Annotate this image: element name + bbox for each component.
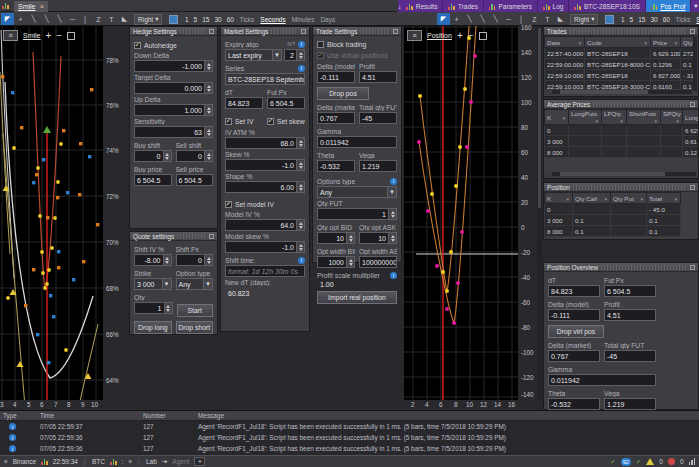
lab-tab[interactable]: Lab [146, 458, 157, 465]
timeframe-5[interactable]: 5 [194, 16, 198, 23]
info-icon[interactable]: i [298, 65, 305, 72]
unit-minutes[interactable]: Minutes [292, 16, 315, 23]
start-button[interactable]: Start [177, 304, 214, 317]
spinner[interactable] [296, 160, 304, 170]
pointer-tool-icon[interactable]: ◣ [554, 13, 567, 25]
scroll-left-icon[interactable]: « [4, 458, 8, 465]
column-scrollbar[interactable] [537, 26, 542, 400]
spinner[interactable] [204, 83, 212, 93]
spinner[interactable] [296, 242, 304, 252]
sensitivity-input[interactable]: 63 [134, 126, 213, 138]
smile-chart[interactable]: ≡ Smile + − [0, 26, 103, 400]
filter-icon[interactable]: ▼ [674, 197, 678, 202]
spinner[interactable] [388, 209, 396, 219]
zoom-out-icon[interactable]: − [56, 32, 62, 40]
timeframe-1[interactable]: 1 [621, 16, 625, 23]
ok-count-badge[interactable]: 92 [621, 458, 631, 466]
menu-icon[interactable]: ≡ [3, 30, 18, 41]
shift-px-input[interactable]: 0 [176, 254, 214, 266]
filter-icon[interactable]: ▼ [620, 119, 624, 124]
model-skew-input[interactable]: -1.0 [225, 241, 305, 253]
filter-icon[interactable]: ▼ [674, 41, 678, 46]
warn-count[interactable]: 0 [659, 458, 663, 465]
agent-tab[interactable]: Agent [172, 458, 189, 465]
col-header-longcalls[interactable]: Long [683, 110, 699, 125]
spinner[interactable] [296, 220, 304, 230]
spinner[interactable] [296, 182, 304, 192]
iv-atm-input[interactable]: 68.0 [225, 137, 305, 149]
spinner[interactable] [204, 127, 212, 137]
options-type-dropdown[interactable]: Any▾ [317, 186, 397, 198]
color-swatch[interactable] [169, 15, 178, 24]
col-header-qty-put[interactable]: Qty Put▼ [611, 193, 647, 204]
position-row[interactable]: 0- 45.0 [545, 204, 681, 215]
segment-tool-icon[interactable]: ╲ [53, 13, 66, 25]
info-icon[interactable]: i [298, 41, 305, 48]
hline-tool-icon[interactable]: ─ [66, 13, 79, 25]
filter-icon[interactable]: ▼ [578, 41, 582, 46]
cursor-tool-icon[interactable]: ◤ [437, 13, 450, 25]
qty-fut-input[interactable]: 1 [317, 208, 397, 220]
col-header-qty[interactable]: Qty [681, 37, 695, 48]
spinner[interactable] [163, 151, 171, 161]
zoom-in-icon[interactable]: + [457, 32, 463, 40]
horizontal-scrollbar[interactable] [545, 171, 697, 177]
log-col-time[interactable]: Time [40, 412, 143, 419]
position-table-header[interactable]: Position [544, 183, 698, 192]
target-delta-input[interactable]: 0.000 [134, 82, 213, 94]
log-row[interactable]: i 07/05 22:59:36 127 Agent 'RecordF1_Jul… [0, 432, 699, 443]
trades-row[interactable]: 22:57:40.000BTC-28SEP186 629.1000272.0 [545, 48, 695, 59]
exchange-name[interactable]: Binance [13, 458, 37, 465]
down-delta-input[interactable]: -1.000 [134, 60, 213, 72]
up-delta-input[interactable]: 1.000 [134, 104, 213, 116]
fullscreen-icon[interactable] [67, 32, 75, 40]
filter-icon[interactable]: ▼ [595, 119, 599, 124]
col-header-price[interactable]: Price▼ [651, 37, 681, 48]
pointer-tool-icon[interactable]: ◣ [118, 13, 131, 25]
trades-row[interactable]: 22:59:10.000BTC-28SEP186 827.0000- 317.0 [545, 70, 695, 81]
filter-icon[interactable]: ▼ [644, 41, 648, 46]
col-header-code[interactable]: Code▼ [585, 37, 651, 48]
unit-days[interactable]: Days [320, 16, 335, 23]
drop-virt-pos-button[interactable]: Drop virt pos [548, 325, 604, 338]
qty-opt-ask-input[interactable]: 10 [359, 232, 397, 244]
model-iv-input[interactable]: 64.0 [225, 219, 305, 231]
col-header-k[interactable]: K▼ [545, 193, 573, 204]
segment-tool-icon[interactable]: ╲ [489, 13, 502, 25]
horizontal-scrollbar[interactable] [545, 89, 693, 95]
info-icon[interactable]: i [390, 272, 397, 279]
col-header-lpqty[interactable]: LPQty▼ [602, 110, 627, 125]
vertical-scrollbar[interactable] [693, 37, 697, 91]
qty-input[interactable]: 1 [134, 302, 173, 314]
log-row[interactable]: i 07/05 22:59:36 127 Agent 'RecordF1_Jul… [0, 443, 699, 454]
position-chart-title[interactable]: Position [427, 32, 452, 39]
smile-chart-title[interactable]: Smile [23, 32, 41, 39]
unit-ticks[interactable]: Ticks [239, 16, 254, 23]
timeframe-60[interactable]: 60 [663, 16, 670, 23]
buy-shift-input[interactable]: 0 [134, 150, 172, 162]
sell-shift-input[interactable]: 0 [176, 150, 214, 162]
col-header-k[interactable]: K▼ [545, 110, 569, 125]
info-icon[interactable]: i [298, 257, 305, 264]
avg-row[interactable]: 3 0000.61 [545, 136, 699, 147]
opt-width-ask-input[interactable]: 100000000 [359, 256, 397, 268]
tab-series[interactable]: BTC-28SEP18:10S [569, 0, 646, 12]
spinner[interactable] [388, 233, 396, 243]
filter-icon[interactable]: ▼ [676, 119, 680, 124]
spinner[interactable] [164, 303, 172, 313]
skew-input[interactable]: -1.0 [225, 159, 305, 171]
menu-icon[interactable]: ≡ [407, 30, 422, 41]
position-overview-header[interactable]: Position Overview [544, 263, 698, 272]
crosshair-tool-icon[interactable]: + [14, 13, 27, 25]
unit-ticks[interactable]: Ticks [675, 16, 690, 23]
vline-tool-icon[interactable]: │ [79, 13, 92, 25]
spinner[interactable] [204, 255, 212, 265]
text-tool-icon[interactable]: T [105, 13, 118, 25]
expiry-count-input[interactable]: 2 [284, 49, 305, 61]
set-skew-checkbox[interactable]: ✓Set skew [267, 116, 305, 126]
hedge-settings-header[interactable]: Hedge Settings [130, 27, 217, 36]
position-row[interactable]: 8 0000.10.1 [545, 226, 681, 237]
zoom-out-icon[interactable]: − [468, 32, 474, 40]
option-type-dropdown[interactable]: Any▾ [176, 278, 214, 290]
hline-tool-icon[interactable]: ─ [502, 13, 515, 25]
